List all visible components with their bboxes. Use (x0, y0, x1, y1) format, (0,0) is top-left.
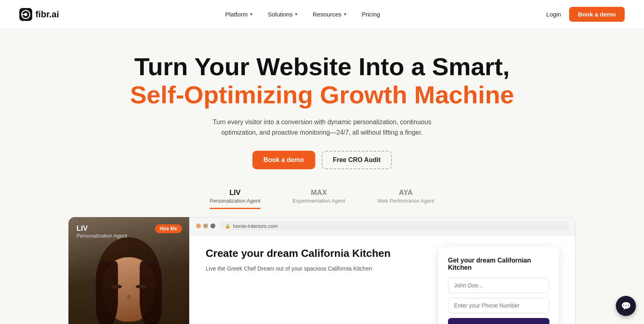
agent-card-role: Personalization Agent (76, 233, 127, 239)
demo-section: LIV Personalization Agent Hire Me (0, 217, 644, 324)
chat-icon: 💬 (621, 301, 631, 311)
agent-card-name: LIV (76, 224, 127, 233)
nav-links: Platform ▼ Solutions ▼ Resources ▼ Prici… (225, 11, 380, 18)
tab-max[interactable]: MAX Experimentation Agent (293, 189, 345, 209)
logo-text: fibr.ai (35, 9, 59, 20)
browser-mockup: 🔒 home-interiors.com Create your dream C… (189, 217, 576, 324)
nav-item-resources[interactable]: Resources ▼ (313, 11, 347, 18)
chevron-icon: ▼ (343, 12, 347, 16)
dot-yellow (203, 224, 208, 228)
dot-red (196, 224, 201, 228)
tab-max-name: MAX (293, 189, 345, 197)
browser-dots (196, 224, 215, 228)
content-left: Create your dream California Kitchen Liv… (206, 247, 422, 273)
chevron-icon: ▼ (249, 12, 253, 16)
dot-green (211, 224, 215, 228)
agent-card: LIV Personalization Agent Hire Me (68, 217, 189, 324)
hero-cro-audit-button[interactable]: Free CRO Audit (322, 151, 392, 169)
tab-liv-role: Personalization Agent (210, 198, 260, 204)
nav-actions: Login Book a demo (546, 7, 625, 22)
nav-item-pricing[interactable]: Pricing (361, 11, 380, 18)
chevron-icon: ▼ (294, 12, 298, 16)
hero-subtitle: Turn every visitor into a conversion wit… (209, 117, 435, 137)
form-submit-button[interactable]: DESIGN DREAM KITCHEN (448, 318, 549, 324)
browser-bar: 🔒 home-interiors.com (190, 217, 575, 235)
hero-section: Turn Your Website Into a Smart, Self-Opt… (0, 29, 644, 217)
tab-aya-name: AYA (378, 189, 434, 197)
tab-liv-name: LIV (210, 189, 260, 197)
content-heading: Create your dream California Kitchen (206, 247, 422, 260)
svg-point-2 (24, 13, 27, 16)
logo[interactable]: fibr.ai (19, 8, 59, 21)
hero-title-line2: Self-Optimizing Growth Machine (8, 80, 636, 109)
nav-item-solutions[interactable]: Solutions ▼ (268, 11, 298, 18)
browser-content: Create your dream California Kitchen Liv… (190, 235, 575, 324)
browser-url-text: home-interiors.com (233, 223, 278, 229)
form-phone-input[interactable] (448, 298, 549, 313)
tab-max-role: Experimentation Agent (293, 198, 345, 204)
agent-tabs: LIV Personalization Agent MAX Experiment… (8, 189, 636, 209)
login-button[interactable]: Login (546, 11, 561, 18)
chat-bubble[interactable]: 💬 (616, 296, 636, 316)
form-title: Get your dream Californian Kitchen (448, 257, 549, 271)
browser-url-bar[interactable]: 🔒 home-interiors.com (220, 221, 569, 231)
navbar: fibr.ai Platform ▼ Solutions ▼ Resources… (0, 0, 644, 29)
nav-book-demo-button[interactable]: Book a demo (569, 7, 625, 22)
tab-aya[interactable]: AYA Web Performance Agent (378, 189, 434, 209)
lock-icon: 🔒 (225, 224, 231, 229)
content-body: Live the Greek Chef Dream out of your sp… (206, 265, 422, 273)
tab-aya-role: Web Performance Agent (378, 198, 434, 204)
form-card: Get your dream Californian Kitchen DESIG… (438, 247, 559, 324)
tab-liv[interactable]: LIV Personalization Agent (210, 189, 260, 209)
hire-me-badge[interactable]: Hire Me (155, 224, 182, 233)
hero-title-line1: Turn Your Website Into a Smart, (134, 53, 510, 80)
hero-cta-group: Book a demo Free CRO Audit (8, 151, 636, 169)
hero-book-demo-button[interactable]: Book a demo (252, 151, 315, 169)
nav-item-platform[interactable]: Platform ▼ (225, 11, 253, 18)
demo-inner: LIV Personalization Agent Hire Me (68, 217, 576, 324)
agent-card-header: LIV Personalization Agent (68, 217, 135, 242)
form-name-input[interactable] (448, 278, 549, 293)
